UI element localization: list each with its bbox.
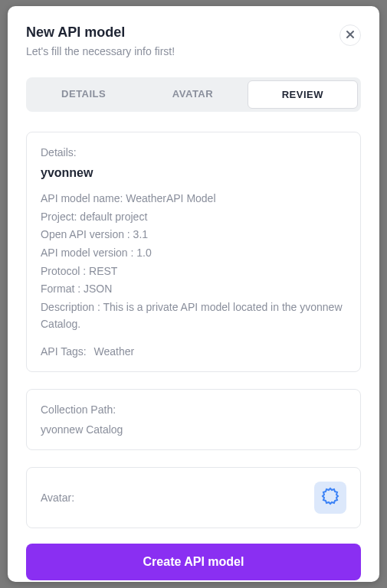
title-block: New API model Let's fill the necessary i…: [26, 24, 339, 57]
avatar-label: Avatar:: [41, 492, 74, 504]
collection-value: yvonnew Catalog: [41, 423, 346, 436]
details-label: Details:: [41, 146, 346, 158]
tab-details[interactable]: DETAILS: [29, 80, 138, 109]
modal-header: New API model Let's fill the necessary i…: [26, 24, 361, 57]
avatar-preview: [314, 482, 346, 514]
detail-model-name: API model name: WeatherAPI Model: [41, 191, 346, 207]
tab-review[interactable]: REVIEW: [248, 80, 358, 109]
avatar-card: Avatar:: [26, 467, 361, 528]
details-owner: yvonnew: [41, 166, 346, 180]
details-card: Details: yvonnew API model name: Weather…: [26, 132, 361, 372]
modal-title: New API model: [26, 24, 339, 41]
detail-protocol: Protocol : REST: [41, 263, 346, 280]
tab-avatar[interactable]: AVATAR: [138, 80, 247, 109]
detail-openapi-version: Open API version : 3.1: [41, 227, 346, 243]
detail-model-version: API model version : 1.0: [41, 245, 346, 262]
create-api-model-button[interactable]: Create API model: [26, 544, 361, 580]
gear-icon: [321, 487, 339, 508]
close-button[interactable]: [339, 24, 361, 46]
detail-format: Format : JSON: [41, 281, 346, 298]
new-api-model-modal: New API model Let's fill the necessary i…: [8, 6, 379, 582]
tabs: DETAILS AVATAR REVIEW: [26, 77, 361, 112]
detail-tags-row: API Tags: Weather: [41, 345, 346, 358]
detail-tags-value: Weather: [94, 345, 135, 358]
collection-label: Collection Path:: [41, 403, 346, 416]
detail-tags-label: API Tags:: [41, 345, 87, 358]
close-icon: [346, 29, 355, 41]
detail-project: Project: default project: [41, 209, 346, 226]
detail-description: Description : This is a private API mode…: [41, 299, 346, 332]
modal-subtitle: Let's fill the necessary info first!: [26, 45, 339, 57]
collection-card: Collection Path: yvonnew Catalog: [26, 389, 361, 450]
